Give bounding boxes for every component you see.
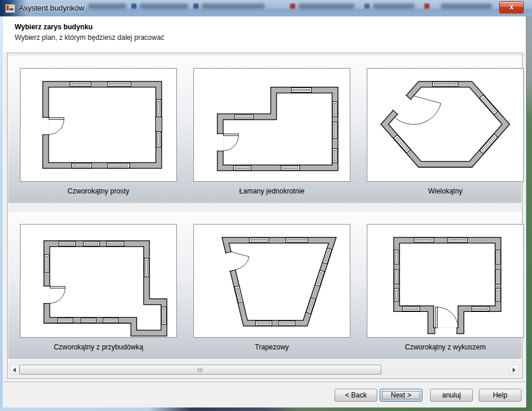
plan-option-czworokatny-z-przybudowka[interactable]: Czworokątny z przybudówką [20,224,177,359]
plan-option-czworokatny-prosty[interactable]: Czworokątny prosty [20,68,177,203]
scrollbar-thumb[interactable] [19,365,381,375]
floor-plan-annex-svg [21,225,176,337]
horizontal-scrollbar[interactable] [9,365,519,375]
close-button[interactable]: x [499,1,524,13]
blurred-favicon [193,4,199,9]
blurred-bookmark [139,4,189,9]
close-icon: x [510,3,514,11]
floor-plan-rectangle-svg [21,69,176,181]
plan-thumbnail [193,68,350,182]
blurred-favicon [290,4,295,9]
blurred-favicon [131,4,137,9]
window-symbol [234,88,337,171]
plan-option-wielokatny[interactable]: Wielokątny [367,68,524,203]
door-symbol [43,286,65,304]
plan-label: Czworokątny z przybudówką [20,343,177,351]
background-behind-window-bottom [0,407,532,411]
scrollbar-track[interactable] [381,365,509,375]
wizard-header: Wybierz zarys budynku Wybierz plan, z kt… [4,16,525,52]
blurred-favicon [364,4,370,9]
help-button[interactable]: Help [479,389,521,402]
blurred-bookmark [298,4,354,9]
plan-label: Wielokątny [367,187,524,195]
plan-label: Czworokątny prosty [20,187,177,195]
plan-label: Trapezowy [193,343,350,351]
wizard-window: Asystent budynków x Wybierz zarys budynk… [0,0,532,411]
plan-option-trapezowy[interactable]: Trapezowy [193,224,350,359]
plan-row-1: Czworokątny prosty [8,56,521,203]
floor-plan-bay-svg [367,225,523,337]
cancel-button[interactable]: anuluj [430,389,473,402]
page-title: Wybierz zarys budynku [4,16,525,31]
blurred-bookmark [373,4,415,9]
plan-thumbnail [193,224,350,338]
door-symbol [435,307,458,335]
plan-label: Łamany jednokrotnie [193,187,350,195]
floor-plan-trapezoid-svg [194,225,350,337]
next-button[interactable]: Next > [380,389,422,402]
plan-thumbnail [20,68,177,182]
blurred-favicon [424,4,429,9]
window-title: Asystent budynków [19,4,84,12]
door-symbol [217,134,238,151]
window-symbol [70,82,162,168]
scroll-left-icon [13,368,16,372]
window-symbol [394,238,500,311]
scrollbar-grip-icon [198,368,203,372]
dialog-client-area: Wybierz zarys budynku Wybierz plan, z kt… [3,16,525,407]
plan-thumbnail [20,224,177,338]
title-bar[interactable]: Asystent budynków x [0,0,532,17]
wizard-footer: < Back Next > anuluj Help [4,382,525,407]
blurred-bookmark [202,4,265,9]
blurred-bookmark [441,4,492,9]
app-icon [5,4,15,13]
door-symbol [42,117,64,135]
scroll-left-button[interactable] [9,365,19,375]
scroll-right-button[interactable] [509,365,519,375]
plan-option-czworokatny-z-wykuszem[interactable]: Czworokątny z wykuszem [367,224,524,359]
background-behind-window-right [525,16,532,411]
plan-thumbnail [367,224,524,338]
plan-row-2: Czworokątny z przybudówką [8,212,521,359]
blurred-bookmark [88,4,127,9]
door-symbol [393,95,441,124]
floor-plan-hexagon-svg [367,69,523,181]
plan-option-lamany-jednokrotnie[interactable]: Łamany jednokrotnie [193,68,350,203]
page-subtitle: Wybierz plan, z którym będziesz dalej pr… [4,31,525,42]
plan-label: Czworokątny z wykuszem [367,343,524,351]
plan-gallery: Czworokątny prosty [7,53,523,379]
plan-thumbnail [367,68,524,182]
scroll-right-icon [513,368,516,372]
floor-plan-l-shape-svg [194,69,350,181]
door-symbol [225,252,250,271]
window-symbol [234,238,332,325]
back-button[interactable]: < Back [335,389,377,402]
